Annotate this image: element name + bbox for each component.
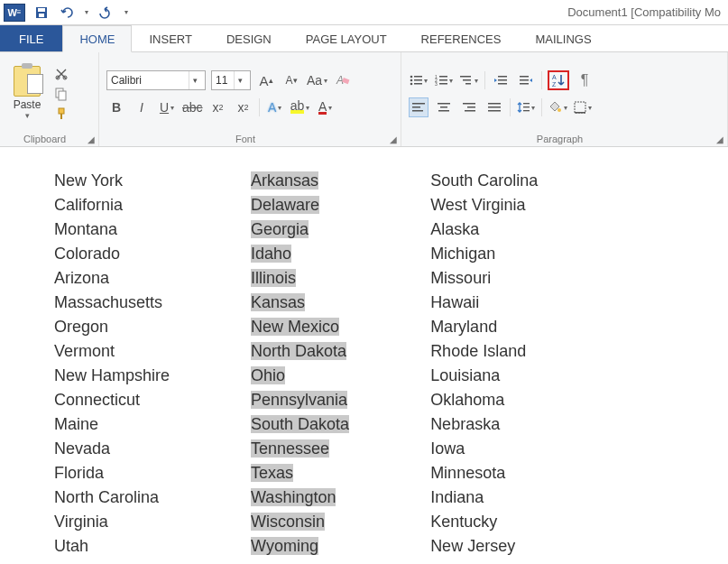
list-item[interactable]: Wisconsin <box>251 510 349 534</box>
show-marks-button[interactable]: ¶ <box>575 70 594 90</box>
font-launcher-icon[interactable]: ◢ <box>388 134 399 144</box>
paste-button[interactable]: Paste ▾ <box>7 66 47 120</box>
list-item[interactable]: South Carolina <box>430 169 538 193</box>
align-center-button[interactable] <box>434 97 454 117</box>
subscript-button[interactable]: x2 <box>208 97 228 117</box>
shrink-font-button[interactable]: A▾ <box>281 70 301 90</box>
list-item[interactable]: Minnesota <box>430 461 538 485</box>
list-item[interactable]: New Mexico <box>251 315 349 339</box>
redo-icon[interactable] <box>94 2 115 23</box>
list-item[interactable]: Indiana <box>430 485 538 510</box>
list-item[interactable]: Texas <box>251 461 349 485</box>
list-item[interactable]: Kentucky <box>430 510 538 534</box>
list-item[interactable]: Wyoming <box>251 534 349 559</box>
list-item[interactable]: Washington <box>251 485 349 510</box>
underline-button[interactable]: U <box>157 97 177 117</box>
strikethrough-button[interactable]: abc <box>182 97 203 117</box>
list-item[interactable]: Maryland <box>430 315 538 339</box>
list-item[interactable]: Illinois <box>251 266 349 291</box>
list-item[interactable]: Louisiana <box>430 364 538 388</box>
list-item[interactable]: West Virginia <box>430 193 538 217</box>
bullets-button[interactable] <box>409 70 429 90</box>
font-color-button[interactable]: A <box>316 97 336 117</box>
clipboard-launcher-icon[interactable]: ◢ <box>86 134 97 144</box>
list-item[interactable]: Colorado <box>54 242 170 266</box>
align-left-button[interactable] <box>409 97 429 117</box>
tab-mailings[interactable]: MAILINGS <box>518 25 608 51</box>
list-item[interactable]: Georgia <box>251 217 349 242</box>
list-item[interactable]: Ohio <box>251 364 349 388</box>
font-name-input[interactable] <box>107 74 189 87</box>
align-right-button[interactable] <box>459 97 479 117</box>
multilevel-list-button[interactable] <box>459 70 479 90</box>
list-item[interactable]: South Dakota <box>251 412 349 437</box>
undo-icon[interactable] <box>58 2 79 23</box>
paste-dropdown-icon[interactable]: ▾ <box>25 111 30 120</box>
list-item[interactable]: New York <box>54 169 170 193</box>
sort-button[interactable]: AZ <box>548 70 569 90</box>
list-item[interactable]: Delaware <box>251 193 349 217</box>
list-item[interactable]: California <box>54 193 170 217</box>
list-item[interactable]: Nebraska <box>430 412 538 437</box>
save-icon[interactable] <box>31 2 52 23</box>
text-effects-button[interactable]: A <box>265 97 285 117</box>
list-item[interactable]: Missouri <box>430 266 538 291</box>
decrease-indent-button[interactable] <box>491 70 511 90</box>
list-item[interactable]: New Jersey <box>430 534 538 559</box>
borders-button[interactable] <box>573 97 593 117</box>
paragraph-launcher-icon[interactable]: ◢ <box>714 134 725 144</box>
list-item[interactable]: Montana <box>54 217 170 242</box>
list-item[interactable]: Connecticut <box>54 388 170 412</box>
numbering-button[interactable]: 123 <box>434 70 454 90</box>
tab-design[interactable]: DESIGN <box>209 25 289 51</box>
document-area[interactable]: New YorkCaliforniaMontanaColoradoArizona… <box>0 147 728 559</box>
qat-customize-icon[interactable]: ▾ <box>124 8 128 16</box>
font-size-input[interactable] <box>212 74 234 87</box>
clear-formatting-button[interactable]: A <box>333 70 353 90</box>
font-size-combo[interactable]: ▾ <box>211 70 251 90</box>
list-item[interactable]: Arkansas <box>251 169 349 193</box>
list-item[interactable]: Iowa <box>430 437 538 461</box>
list-item[interactable]: Oregon <box>54 315 170 339</box>
tab-references[interactable]: REFERENCES <box>404 25 519 51</box>
list-item[interactable]: Oklahoma <box>430 388 538 412</box>
list-item[interactable]: Rhode Island <box>430 339 538 364</box>
list-item[interactable]: Tennessee <box>251 437 349 461</box>
font-size-dropdown-icon[interactable]: ▾ <box>234 71 246 89</box>
list-item[interactable]: Arizona <box>54 266 170 291</box>
list-item[interactable]: Virginia <box>54 510 170 534</box>
copy-button[interactable] <box>52 86 70 102</box>
grow-font-button[interactable]: A▴ <box>256 70 276 90</box>
list-item[interactable]: Alaska <box>430 217 538 242</box>
bold-button[interactable]: B <box>106 97 126 117</box>
tab-home[interactable]: HOME <box>62 25 132 52</box>
list-item[interactable]: Utah <box>54 534 170 559</box>
undo-dropdown-icon[interactable]: ▾ <box>85 8 88 16</box>
change-case-button[interactable]: Aa <box>307 70 327 90</box>
superscript-button[interactable]: x2 <box>234 97 253 117</box>
tab-page-layout[interactable]: PAGE LAYOUT <box>289 25 404 51</box>
tab-file[interactable]: FILE <box>0 25 62 51</box>
format-painter-button[interactable] <box>52 106 70 122</box>
increase-indent-button[interactable] <box>516 70 536 90</box>
list-item[interactable]: Idaho <box>251 242 349 266</box>
tab-insert[interactable]: INSERT <box>132 25 208 51</box>
list-item[interactable]: Michigan <box>430 242 538 266</box>
justify-button[interactable] <box>484 97 504 117</box>
font-name-combo[interactable]: ▾ <box>106 70 206 90</box>
shading-button[interactable] <box>548 97 567 117</box>
list-item[interactable]: Florida <box>54 461 170 485</box>
italic-button[interactable]: I <box>132 97 152 117</box>
list-item[interactable]: North Dakota <box>251 339 349 364</box>
list-item[interactable]: Kansas <box>251 291 349 315</box>
highlight-button[interactable]: ab <box>290 97 310 117</box>
list-item[interactable]: Vermont <box>54 339 170 364</box>
list-item[interactable]: Maine <box>54 412 170 437</box>
list-item[interactable]: North Carolina <box>54 485 170 510</box>
font-name-dropdown-icon[interactable]: ▾ <box>189 71 201 89</box>
line-spacing-button[interactable] <box>516 97 536 117</box>
list-item[interactable]: New Hampshire <box>54 364 170 388</box>
list-item[interactable]: Hawaii <box>430 291 538 315</box>
list-item[interactable]: Pennsylvania <box>251 388 349 412</box>
list-item[interactable]: Nevada <box>54 437 170 461</box>
